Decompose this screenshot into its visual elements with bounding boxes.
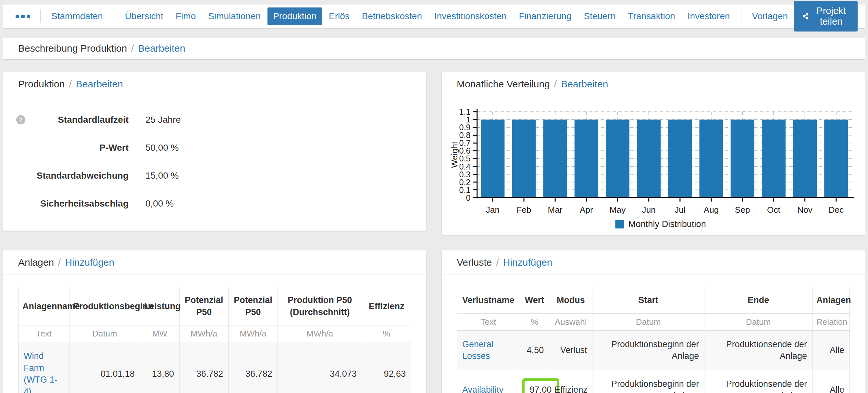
tab-investoren[interactable]: Investoren (682, 7, 736, 25)
col-header-start: Start (592, 287, 704, 313)
tab-investitionskosten[interactable]: Investitionskosten (429, 7, 512, 25)
unit-cell: % (520, 313, 549, 330)
panel-grid: Produktion / Bearbeiten ?Standardlaufzei… (3, 72, 865, 393)
field-label: P-Wert (31, 143, 128, 153)
top-navigation: StammdatenÜbersichtFimoSimulationenProdu… (3, 4, 865, 28)
x-tick-may: May (610, 205, 626, 215)
verluste-add-link[interactable]: Hinzufügen (503, 257, 553, 268)
nav-items: StammdatenÜbersichtFimoSimulationenProdu… (35, 7, 794, 25)
produktion-fields: ?Standardlaufzeit25 JahreP-Wert50,00 %St… (3, 96, 426, 231)
value-cell: Produktionsende der Anlage (704, 331, 812, 370)
produktion-edit-link[interactable]: Bearbeiten (76, 79, 123, 90)
svg-text:0: 0 (466, 193, 471, 202)
value-cell: 92,63 (362, 342, 411, 393)
unit-cell: Datum (69, 326, 140, 342)
x-tick-aug: Aug (704, 205, 719, 215)
bar-dec (824, 120, 848, 198)
x-tick-jul: Jul (675, 205, 686, 215)
panel-title: Produktion (18, 79, 65, 90)
loss-link-cell: General Losses (457, 331, 520, 370)
table-row: Wind Farm (WTG 1-4)01.01.1813,8036.78236… (19, 342, 411, 393)
unit-cell: Datum (592, 313, 704, 330)
field-label: Standardabweichung (31, 171, 128, 181)
col-header-effizienz: Effizienz (362, 287, 411, 326)
value-cell: Produktionsbeginn der Anlage (592, 331, 704, 370)
field-value: 50,00 % (146, 143, 179, 153)
field-row-standardabweichung: Standardabweichung15,00 % (16, 162, 411, 190)
x-tick-dec: Dec (828, 205, 844, 215)
breadcrumb-title: Beschreibung Produktion (18, 43, 127, 54)
monatliche-verteilung-edit-link[interactable]: Bearbeiten (561, 79, 608, 90)
col-header-anlagen: Anlagen (812, 287, 850, 313)
field-row-sicherheitsabschlag: Sicherheitsabschlag0,00 % (16, 190, 411, 218)
table-row: General Losses4,50VerlustProduktionsbegi… (457, 331, 850, 370)
bar-may (606, 120, 629, 198)
svg-text:0.3: 0.3 (459, 170, 471, 179)
tab-betriebskosten[interactable]: Betriebskosten (356, 7, 428, 25)
help-icon[interactable]: ? (16, 115, 25, 124)
tab-vorlagen[interactable]: Vorlagen (747, 7, 794, 25)
bar-sep (731, 120, 754, 198)
col-header-anlagenname: Anlagenname (19, 287, 69, 326)
tab-steuern[interactable]: Steuern (578, 7, 621, 25)
col-header-verlustname: Verlustname (457, 287, 520, 313)
col-header-potenzial-p50: Potenzial P50 (180, 287, 228, 326)
produktion-panel-header: Produktion / Bearbeiten (3, 72, 426, 96)
col-header-produktion-p50-durchschnitt-: Produktion P50 (Durchschnitt) (278, 287, 362, 326)
value-cell: Alle (812, 370, 850, 393)
anlagen-add-link[interactable]: Hinzufügen (65, 257, 114, 268)
unit-row: TextDatumMWMWh/aMWh/aMWh/a% (19, 326, 411, 342)
panel-title: Monatliche Verteilung (457, 79, 550, 90)
field-value: 15,00 % (146, 171, 179, 181)
svg-text:0.4: 0.4 (459, 162, 471, 171)
loss-link[interactable]: General Losses (462, 339, 493, 361)
col-header-wert: Wert (520, 287, 549, 313)
header-row: VerlustnameWertModusStartEndeAnlagen (457, 287, 850, 313)
svg-text:1.1: 1.1 (459, 107, 471, 116)
nav-divider (741, 9, 741, 23)
tab-finanzierung[interactable]: Finanzierung (514, 7, 577, 25)
panel-title: Anlagen (18, 257, 54, 268)
share-icon (802, 11, 809, 22)
more-menu-icon[interactable] (10, 14, 35, 18)
field-value: 0,00 % (146, 199, 174, 209)
tab-simulationen[interactable]: Simulationen (203, 7, 266, 25)
col-header-modus: Modus (549, 287, 592, 313)
unit-cell: Auswahl (549, 313, 592, 330)
x-tick-sep: Sep (735, 205, 750, 215)
tab-uebersicht[interactable]: Übersicht (120, 7, 169, 25)
svg-text:0.6: 0.6 (459, 146, 471, 155)
panel-title: Verluste (457, 257, 492, 268)
bar-jan (481, 120, 504, 198)
svg-text:0.2: 0.2 (459, 178, 471, 187)
tab-fimo[interactable]: Fimo (170, 7, 201, 25)
field-label: Sicherheitsabschlag (31, 199, 128, 209)
unit-cell: Datum (704, 313, 812, 330)
table-row: Availability97,00EffizienzProduktionsbeg… (457, 370, 850, 393)
breadcrumb-edit-link[interactable]: Bearbeiten (138, 43, 185, 54)
bar-aug (700, 120, 723, 198)
col-header-leistung: Leistung (140, 287, 180, 326)
svg-text:0.7: 0.7 (459, 139, 471, 147)
unit-cell: Relation (812, 313, 850, 330)
unit-cell: Text (19, 326, 69, 342)
svg-text:0.9: 0.9 (459, 123, 471, 132)
share-project-button[interactable]: Projekt teilen (794, 1, 858, 31)
x-tick-jan: Jan (486, 205, 500, 215)
field-value: 25 Jahre (146, 115, 181, 125)
bar-chart-svg: 00.10.20.30.40.50.60.70.80.911.1JanFebMa… (450, 103, 856, 232)
highlighted-value-cell: 97,00 (520, 370, 549, 393)
share-button-label: Projekt teilen (813, 5, 849, 27)
value-cell: 4,50 (520, 331, 549, 370)
bar-oct (762, 120, 785, 198)
tab-transaktion[interactable]: Transaktion (623, 7, 681, 25)
unit-cell: MWh/a (180, 326, 228, 342)
bar-apr (575, 120, 598, 198)
asset-link[interactable]: Wind Farm (WTG 1-4) (24, 351, 57, 393)
tab-stammdaten[interactable]: Stammdaten (46, 7, 108, 25)
monatliche-verteilung-panel-header: Monatliche Verteilung / Bearbeiten (442, 72, 865, 96)
loss-link[interactable]: Availability (462, 385, 503, 393)
tab-erloes[interactable]: Erlös (323, 7, 355, 25)
monthly-distribution-chart: 00.10.20.30.40.50.60.70.80.911.1JanFebMa… (442, 96, 865, 235)
tab-produktion[interactable]: Produktion (268, 7, 322, 25)
